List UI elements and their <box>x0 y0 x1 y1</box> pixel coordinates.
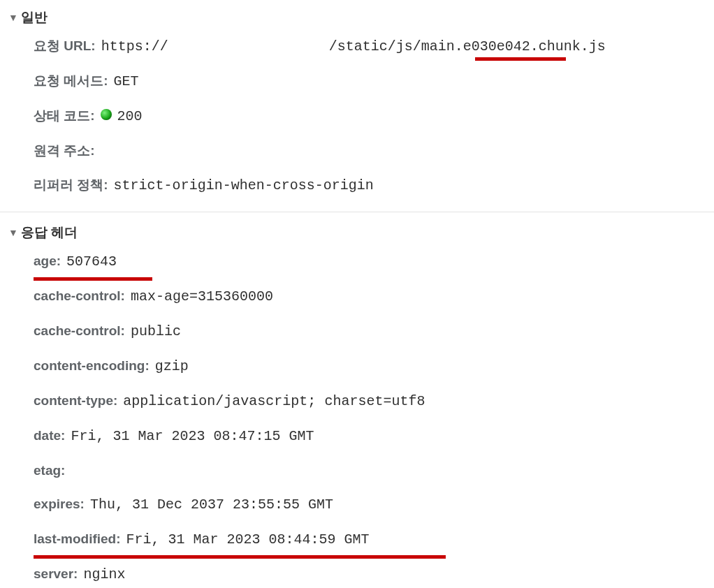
expires-row: expires Thu, 31 Dec 2037 23:55:55 GMT <box>34 487 714 522</box>
server-label: server <box>34 564 78 585</box>
general-section: ▼ 일반 요청 URL https:// /static/js/main.e03… <box>0 7 714 207</box>
section-divider <box>0 212 714 212</box>
content-encoding-value: gzip <box>155 356 189 377</box>
disclosure-triangle-icon: ▼ <box>8 13 18 22</box>
status-ok-icon <box>101 109 112 120</box>
content-type-label: content-type <box>34 391 117 411</box>
status-code-label: 상태 코드 <box>34 106 95 126</box>
cache-control-row: cache-control max-age=315360000 <box>34 279 714 314</box>
content-encoding-label: content-encoding <box>34 356 150 376</box>
etag-label: etag <box>34 461 65 481</box>
remote-address-row: 원격 주소 <box>34 134 714 168</box>
content-encoding-row: content-encoding gzip <box>34 349 714 384</box>
remote-address-label: 원격 주소 <box>34 141 95 161</box>
referrer-policy-label: 리퍼러 정책 <box>34 175 108 196</box>
request-method-row: 요청 메서드 GET <box>34 64 714 99</box>
age-row: age 507643 <box>34 244 714 279</box>
content-type-row: content-type application/javascript; cha… <box>34 384 714 419</box>
request-url-value-suffix: /static/js/main.e030e042.chunk.js <box>329 36 606 57</box>
response-headers-section: ▼ 응답 헤더 age 507643 cache-control max-age… <box>0 222 714 589</box>
last-modified-row: last-modified Fri, 31 Mar 2023 08:44:59 … <box>34 522 714 557</box>
status-code-value: 200 <box>117 106 143 127</box>
date-row: date Fri, 31 Mar 2023 08:47:15 GMT <box>34 419 714 454</box>
request-method-label: 요청 메서드 <box>34 71 108 91</box>
date-value: Fri, 31 Mar 2023 08:47:15 GMT <box>71 426 314 447</box>
date-label: date <box>34 426 65 446</box>
status-code-row: 상태 코드 200 <box>34 99 714 134</box>
referrer-policy-value: strict-origin-when-cross-origin <box>114 175 374 196</box>
server-value: nginx <box>83 564 125 585</box>
general-section-header[interactable]: ▼ 일반 <box>0 7 714 28</box>
request-method-value: GET <box>114 71 139 92</box>
cache-control-row: cache-control public <box>34 314 714 349</box>
expires-value: Thu, 31 Dec 2037 23:55:55 GMT <box>90 494 333 515</box>
last-modified-label: last-modified <box>34 529 121 550</box>
age-label: age <box>34 251 61 272</box>
request-url-label: 요청 URL <box>34 36 96 57</box>
request-url-value-prefix: https:// <box>101 36 168 57</box>
general-section-body: 요청 URL https:// /static/js/main.e030e042… <box>0 28 714 207</box>
cache-control-label: cache-control <box>34 321 125 341</box>
server-row: server nginx <box>34 557 714 588</box>
response-headers-section-header[interactable]: ▼ 응답 헤더 <box>0 222 714 243</box>
response-headers-section-title: 응답 헤더 <box>21 223 78 242</box>
last-modified-value: Fri, 31 Mar 2023 08:44:59 GMT <box>126 529 370 550</box>
disclosure-triangle-icon: ▼ <box>8 228 18 237</box>
referrer-policy-row: 리퍼러 정책 strict-origin-when-cross-origin <box>34 168 714 203</box>
general-section-title: 일반 <box>21 8 48 27</box>
cache-control-value: public <box>131 321 181 342</box>
content-type-value: application/javascript; charset=utf8 <box>123 391 425 412</box>
request-url-row: 요청 URL https:// /static/js/main.e030e042… <box>34 29 714 64</box>
expires-label: expires <box>34 494 85 515</box>
cache-control-label: cache-control <box>34 286 125 307</box>
cache-control-value: max-age=315360000 <box>131 286 273 307</box>
age-value: 507643 <box>66 251 117 272</box>
etag-row: etag <box>34 454 714 488</box>
annotation-underline <box>475 57 566 61</box>
response-headers-section-body: age 507643 cache-control max-age=3153600… <box>0 243 714 589</box>
